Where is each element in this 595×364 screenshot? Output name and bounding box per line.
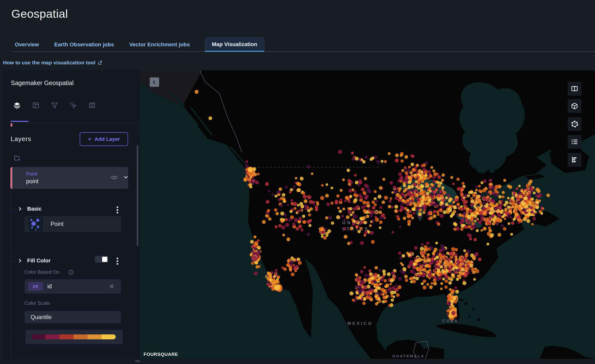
draw-polygon-icon [571, 120, 578, 128]
fill-color-toggle[interactable] [95, 256, 108, 263]
help-link[interactable]: How to use the map visualization tool [3, 60, 102, 66]
interaction-tab-icon[interactable] [70, 102, 77, 109]
tab-map-visualization[interactable]: Map Visualization [205, 37, 264, 52]
geospatial-app: Geospatial Overview Earth Observation jo… [0, 0, 595, 364]
layer-card-point[interactable]: Point point [10, 167, 128, 189]
panel-divider [3, 123, 140, 123]
field-type-badge: int [28, 282, 43, 291]
bottom-bar [0, 359, 595, 364]
map-canvas-area[interactable]: UNITED STATESMEXICOCUBAGUATEMALA [140, 71, 595, 359]
bar-chart-icon [571, 156, 578, 164]
horizontal-scrollbar[interactable] [135, 360, 140, 362]
tab-vector-enrichment-jobs[interactable]: Vector Enrichment jobs [129, 37, 190, 52]
legend-list-button[interactable] [568, 135, 581, 149]
basemap-tab-icon[interactable] [88, 102, 96, 109]
color-based-on-field[interactable]: int id [25, 279, 121, 293]
draw-on-map-button[interactable] [568, 117, 581, 131]
layers-heading: Layers [11, 135, 31, 143]
add-layer-button[interactable]: + Add Layer [80, 132, 128, 146]
layer-name-label: point [26, 178, 38, 185]
layer-type-point-label: Point [51, 221, 63, 227]
color-ramp [31, 334, 116, 339]
tab-bar: Overview Earth Observation jobs Vector E… [0, 37, 595, 52]
help-link-label: How to use the map visualization tool [3, 60, 95, 66]
tab-overview[interactable]: Overview [14, 37, 39, 52]
fill-color-kebab-menu-icon[interactable] [115, 257, 120, 265]
clear-field-icon[interactable] [109, 283, 115, 290]
map-attribution[interactable]: FOURSQUARE [144, 352, 178, 357]
chevron-right-icon [17, 206, 23, 212]
basic-kebab-menu-icon[interactable] [115, 206, 120, 214]
color-scale-value: Quantile [31, 314, 52, 321]
layers-tab-icon[interactable] [13, 102, 21, 109]
point-layer-dots [140, 71, 595, 359]
layer-type-selector[interactable]: Point [24, 216, 121, 232]
color-scale-label: Color Scale [24, 300, 50, 306]
cube-3d-icon [571, 102, 578, 110]
toggle-knob [102, 257, 107, 262]
tab-earth-observation-jobs[interactable]: Earth Observation jobs [54, 37, 114, 52]
fill-color-section-label: Fill Color [27, 257, 51, 264]
toggle-3d-button[interactable] [568, 99, 581, 113]
info-icon[interactable] [68, 269, 74, 275]
panel-toolbar [13, 102, 96, 109]
chevron-right-icon [17, 258, 23, 263]
active-tab-underline [10, 121, 29, 122]
split-map-button[interactable] [568, 82, 581, 96]
side-panel: Sagemaker Geospatial [3, 71, 140, 359]
field-value: id [47, 283, 52, 290]
point-layer-thumbnail [28, 217, 43, 231]
visibility-eye-icon[interactable] [110, 173, 118, 182]
color-ramp-container[interactable] [25, 330, 123, 344]
basic-section-header[interactable]: Basic [17, 206, 42, 212]
chart-legend-button[interactable] [568, 153, 581, 167]
basic-section-label: Basic [27, 206, 42, 212]
layer-color-strip [10, 167, 12, 189]
fill-color-section-header[interactable]: Fill Color [17, 257, 51, 264]
collapse-panel-button[interactable] [150, 77, 159, 87]
split-map-icon [571, 85, 578, 92]
tree-stub [11, 261, 16, 261]
color-scale-dropdown[interactable]: Quantile [25, 311, 121, 323]
layer-collapse-chevron-icon[interactable] [122, 174, 129, 181]
filter-tab-icon[interactable] [51, 102, 58, 109]
sidebar-scrollbar[interactable] [137, 145, 138, 246]
panel-title: Sagemaker Geospatial [11, 79, 74, 87]
tree-stub [11, 209, 16, 209]
list-icon [571, 138, 578, 146]
plus-icon: + [88, 135, 92, 143]
layer-tree-guide [11, 189, 11, 357]
page-title: Geospatial [11, 7, 68, 20]
add-layer-group-icon[interactable] [13, 154, 21, 162]
color-based-on-label: Color Based On [24, 269, 59, 275]
layer-type-label: Point [26, 171, 37, 177]
scrolled-item-fragment [11, 123, 12, 127]
panels-tab-icon[interactable] [32, 102, 39, 109]
external-link-icon [97, 60, 102, 65]
